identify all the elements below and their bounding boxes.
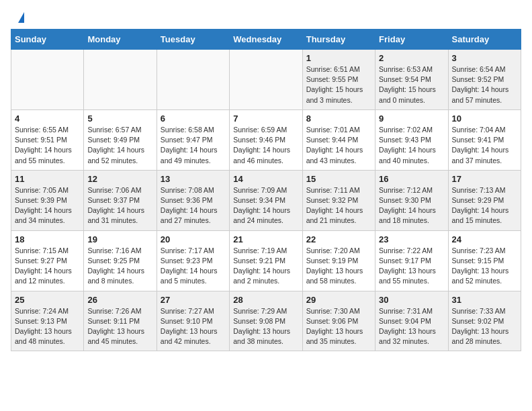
day-number: 21 (233, 234, 298, 244)
calendar-week-row: 18Sunrise: 7:15 AM Sunset: 9:27 PM Dayli… (11, 230, 521, 291)
logo (16, 12, 24, 22)
day-info: Sunrise: 7:15 AM Sunset: 9:27 PM Dayligh… (15, 246, 80, 287)
day-number: 28 (233, 295, 298, 305)
day-number: 22 (306, 234, 371, 244)
day-number: 19 (87, 234, 152, 244)
day-number: 4 (15, 113, 80, 124)
day-info: Sunrise: 7:24 AM Sunset: 9:13 PM Dayligh… (15, 306, 80, 347)
calendar-cell: 23Sunrise: 7:22 AM Sunset: 9:17 PM Dayli… (375, 230, 448, 291)
day-info: Sunrise: 7:30 AM Sunset: 9:06 PM Dayligh… (306, 306, 371, 347)
day-info: Sunrise: 7:08 AM Sunset: 9:36 PM Dayligh… (161, 185, 226, 226)
day-info: Sunrise: 6:59 AM Sunset: 9:46 PM Dayligh… (233, 125, 298, 166)
day-info: Sunrise: 7:13 AM Sunset: 9:29 PM Dayligh… (452, 185, 517, 226)
day-info: Sunrise: 6:58 AM Sunset: 9:47 PM Dayligh… (161, 125, 226, 166)
day-number: 11 (15, 174, 80, 184)
day-info: Sunrise: 6:55 AM Sunset: 9:51 PM Dayligh… (15, 125, 80, 166)
day-number: 18 (15, 234, 80, 244)
day-info: Sunrise: 7:33 AM Sunset: 9:02 PM Dayligh… (452, 306, 517, 347)
weekday-wednesday: Wednesday (230, 30, 302, 50)
calendar-cell: 8Sunrise: 7:01 AM Sunset: 9:44 PM Daylig… (302, 109, 375, 170)
day-number: 9 (379, 113, 444, 124)
day-number: 16 (379, 174, 444, 184)
calendar-cell: 5Sunrise: 6:57 AM Sunset: 9:49 PM Daylig… (84, 109, 157, 170)
calendar-header: SundayMondayTuesdayWednesdayThursdayFrid… (11, 30, 521, 50)
calendar-cell: 28Sunrise: 7:29 AM Sunset: 9:08 PM Dayli… (230, 291, 302, 351)
calendar-cell: 22Sunrise: 7:20 AM Sunset: 9:19 PM Dayli… (302, 230, 375, 291)
calendar-cell: 3Sunrise: 6:54 AM Sunset: 9:52 PM Daylig… (448, 50, 521, 110)
day-info: Sunrise: 7:06 AM Sunset: 9:37 PM Dayligh… (87, 185, 152, 226)
calendar-cell (11, 50, 84, 110)
day-number: 23 (379, 234, 444, 244)
day-number: 1 (306, 53, 371, 63)
calendar-cell: 15Sunrise: 7:11 AM Sunset: 9:32 PM Dayli… (302, 170, 375, 230)
calendar-cell: 27Sunrise: 7:27 AM Sunset: 9:10 PM Dayli… (157, 291, 229, 351)
calendar-cell: 11Sunrise: 7:05 AM Sunset: 9:39 PM Dayli… (11, 170, 84, 230)
calendar-cell: 16Sunrise: 7:12 AM Sunset: 9:30 PM Dayli… (375, 170, 448, 230)
calendar-container: SundayMondayTuesdayWednesdayThursdayFrid… (0, 29, 532, 362)
day-number: 26 (87, 295, 152, 305)
day-number: 5 (87, 113, 152, 124)
day-number: 2 (379, 53, 444, 63)
day-info: Sunrise: 7:20 AM Sunset: 9:19 PM Dayligh… (306, 246, 371, 287)
day-info: Sunrise: 7:04 AM Sunset: 9:41 PM Dayligh… (452, 125, 517, 166)
weekday-saturday: Saturday (448, 30, 521, 50)
calendar-week-row: 11Sunrise: 7:05 AM Sunset: 9:39 PM Dayli… (11, 170, 521, 230)
calendar-cell (230, 50, 302, 110)
day-number: 17 (452, 174, 517, 184)
day-number: 29 (306, 295, 371, 305)
weekday-tuesday: Tuesday (157, 30, 229, 50)
day-number: 15 (306, 174, 371, 184)
day-number: 30 (379, 295, 444, 305)
day-number: 3 (452, 53, 517, 63)
weekday-sunday: Sunday (11, 30, 84, 50)
calendar-cell (157, 50, 229, 110)
day-info: Sunrise: 7:16 AM Sunset: 9:25 PM Dayligh… (87, 246, 152, 287)
calendar-cell: 14Sunrise: 7:09 AM Sunset: 9:34 PM Dayli… (230, 170, 302, 230)
day-number: 14 (233, 174, 298, 184)
calendar-week-row: 4Sunrise: 6:55 AM Sunset: 9:51 PM Daylig… (11, 109, 521, 170)
calendar-week-row: 1Sunrise: 6:51 AM Sunset: 9:55 PM Daylig… (11, 50, 521, 110)
day-info: Sunrise: 7:19 AM Sunset: 9:21 PM Dayligh… (233, 246, 298, 287)
calendar-cell: 7Sunrise: 6:59 AM Sunset: 9:46 PM Daylig… (230, 109, 302, 170)
logo-triangle-icon (18, 12, 24, 23)
calendar-cell: 6Sunrise: 6:58 AM Sunset: 9:47 PM Daylig… (157, 109, 229, 170)
weekday-header-row: SundayMondayTuesdayWednesdayThursdayFrid… (11, 30, 521, 50)
day-number: 13 (161, 174, 226, 184)
day-info: Sunrise: 7:29 AM Sunset: 9:08 PM Dayligh… (233, 306, 298, 347)
day-info: Sunrise: 7:31 AM Sunset: 9:04 PM Dayligh… (379, 306, 444, 347)
day-info: Sunrise: 7:05 AM Sunset: 9:39 PM Dayligh… (15, 185, 80, 226)
weekday-friday: Friday (375, 30, 448, 50)
calendar-cell: 17Sunrise: 7:13 AM Sunset: 9:29 PM Dayli… (448, 170, 521, 230)
calendar-cell: 30Sunrise: 7:31 AM Sunset: 9:04 PM Dayli… (375, 291, 448, 351)
day-info: Sunrise: 7:01 AM Sunset: 9:44 PM Dayligh… (306, 125, 371, 166)
calendar-cell: 4Sunrise: 6:55 AM Sunset: 9:51 PM Daylig… (11, 109, 84, 170)
day-number: 8 (306, 113, 371, 124)
day-info: Sunrise: 6:51 AM Sunset: 9:55 PM Dayligh… (306, 64, 371, 105)
calendar-cell: 21Sunrise: 7:19 AM Sunset: 9:21 PM Dayli… (230, 230, 302, 291)
day-info: Sunrise: 6:53 AM Sunset: 9:54 PM Dayligh… (379, 64, 444, 105)
day-number: 12 (87, 174, 152, 184)
calendar-cell: 26Sunrise: 7:26 AM Sunset: 9:11 PM Dayli… (84, 291, 157, 351)
calendar-cell: 1Sunrise: 6:51 AM Sunset: 9:55 PM Daylig… (302, 50, 375, 110)
calendar-cell: 13Sunrise: 7:08 AM Sunset: 9:36 PM Dayli… (157, 170, 229, 230)
day-info: Sunrise: 7:12 AM Sunset: 9:30 PM Dayligh… (379, 185, 444, 226)
day-number: 6 (161, 113, 226, 124)
day-info: Sunrise: 6:54 AM Sunset: 9:52 PM Dayligh… (452, 64, 517, 105)
calendar-week-row: 25Sunrise: 7:24 AM Sunset: 9:13 PM Dayli… (11, 291, 521, 351)
day-number: 7 (233, 113, 298, 124)
day-info: Sunrise: 6:57 AM Sunset: 9:49 PM Dayligh… (87, 125, 152, 166)
day-number: 24 (452, 234, 517, 244)
calendar-cell: 12Sunrise: 7:06 AM Sunset: 9:37 PM Dayli… (84, 170, 157, 230)
calendar-cell: 10Sunrise: 7:04 AM Sunset: 9:41 PM Dayli… (448, 109, 521, 170)
calendar-cell: 24Sunrise: 7:23 AM Sunset: 9:15 PM Dayli… (448, 230, 521, 291)
day-info: Sunrise: 7:27 AM Sunset: 9:10 PM Dayligh… (161, 306, 226, 347)
weekday-thursday: Thursday (302, 30, 375, 50)
calendar-cell (84, 50, 157, 110)
weekday-monday: Monday (84, 30, 157, 50)
day-info: Sunrise: 7:22 AM Sunset: 9:17 PM Dayligh… (379, 246, 444, 287)
calendar-cell: 9Sunrise: 7:02 AM Sunset: 9:43 PM Daylig… (375, 109, 448, 170)
day-number: 20 (161, 234, 226, 244)
calendar-cell: 2Sunrise: 6:53 AM Sunset: 9:54 PM Daylig… (375, 50, 448, 110)
calendar-cell: 25Sunrise: 7:24 AM Sunset: 9:13 PM Dayli… (11, 291, 84, 351)
day-number: 27 (161, 295, 226, 305)
